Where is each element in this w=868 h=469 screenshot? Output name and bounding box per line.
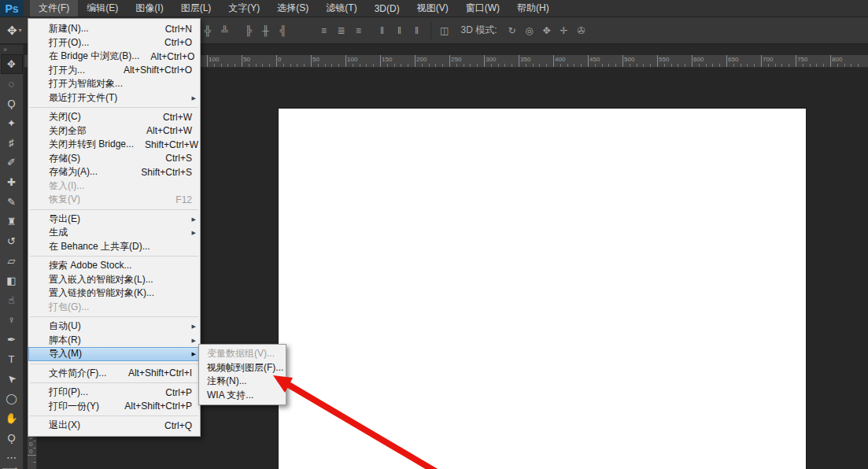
path-selection-tool-icon: ➤: [4, 371, 18, 386]
clone-stamp-tool[interactable]: ♜: [1, 212, 23, 231]
file-menu-item[interactable]: 最近打开文件(T)▶: [28, 91, 200, 105]
import-submenu-item[interactable]: 视频帧到图层(F)...: [199, 361, 286, 375]
file-menu-item[interactable]: 搜索 Adobe Stock...: [28, 259, 200, 273]
3d-pan-icon[interactable]: ✥: [538, 22, 556, 39]
distribute-top-edges-icon[interactable]: ≡: [316, 22, 333, 39]
menubar-item[interactable]: 3D(D): [366, 0, 408, 17]
menubar-item[interactable]: 图层(L): [172, 0, 220, 17]
document-canvas[interactable]: [279, 109, 806, 469]
file-menu-item[interactable]: 打印(P)...Ctrl+P: [28, 386, 200, 400]
menubar-item[interactable]: 滤镜(T): [317, 0, 365, 17]
move-tool[interactable]: ✥: [1, 54, 23, 74]
ruler-tick: [768, 64, 769, 67]
file-menu-item[interactable]: 文件简介(F)...Alt+Shift+Ctrl+I: [28, 367, 200, 381]
file-menu-item[interactable]: 签入(I)...: [28, 179, 200, 194]
menubar-item[interactable]: 窗口(W): [457, 0, 508, 17]
distribute-horizontal-centers-icon[interactable]: ǁ: [391, 22, 408, 39]
align-bottom-edges-icon[interactable]: ╩: [216, 22, 234, 39]
lasso-tool[interactable]: Ϙ: [1, 94, 23, 113]
path-selection-tool[interactable]: ➤: [1, 369, 23, 389]
ruler-tick: [304, 64, 305, 67]
file-menu-item[interactable]: 自动(U)▶: [28, 319, 200, 334]
ruler-tick: [789, 64, 789, 67]
healing-brush-tool[interactable]: ✚: [1, 172, 23, 192]
menu-item-label: 打印一份(Y): [49, 400, 99, 413]
file-menu-item[interactable]: 存储为(A)...Shift+Ctrl+S: [28, 165, 200, 179]
file-menu-item[interactable]: 新建(N)...Ctrl+N: [28, 22, 200, 36]
auto-align-layers-icon[interactable]: ◫: [436, 22, 453, 39]
smudge-tool[interactable]: ☝: [1, 290, 23, 310]
menubar-item[interactable]: 编辑(E): [78, 0, 127, 17]
distribute-vertical-centers-icon[interactable]: ≣: [333, 22, 350, 39]
menubar-item[interactable]: 图像(I): [127, 0, 172, 17]
menubar-item[interactable]: 文字(Y): [220, 0, 268, 17]
file-menu-item[interactable]: 置入嵌入的智能对象(L)...: [28, 273, 200, 287]
file-menu-item[interactable]: 脚本(R)▶: [28, 334, 200, 348]
collapse-panel-button[interactable]: »: [0, 45, 23, 54]
menubar-item[interactable]: 选择(S): [268, 0, 317, 17]
eyedropper-tool[interactable]: ✐: [1, 153, 23, 172]
menu-item-label: 关闭全部: [49, 124, 87, 138]
file-menu-item[interactable]: 打包(G)...: [28, 301, 200, 315]
distribute-bottom-edges-icon[interactable]: ≡: [350, 22, 368, 39]
import-submenu-item[interactable]: WIA 支持...: [199, 389, 286, 403]
file-menu-item[interactable]: 生成▶: [28, 226, 200, 240]
edit-toolbar[interactable]: ⋯: [1, 448, 23, 467]
crop-tool[interactable]: ♯: [1, 133, 23, 153]
file-menu-item[interactable]: 在 Behance 上共享(D)...: [28, 240, 200, 254]
history-brush-tool[interactable]: ↺: [1, 231, 23, 251]
ruler-label: 300: [486, 56, 496, 63]
3d-orbit-icon[interactable]: ↻: [504, 22, 521, 39]
align-right-edges-icon[interactable]: ╣: [275, 22, 292, 39]
lasso-tool-icon: Ϙ: [7, 98, 15, 109]
ruler-tick: [803, 64, 803, 67]
ruler-label: 800: [832, 56, 842, 63]
menu-separator: [30, 415, 198, 416]
distribute-left-edges-icon[interactable]: ǁ: [374, 22, 391, 39]
ruler-label: 50: [312, 56, 319, 63]
file-menu-item[interactable]: 打开(O)...Ctrl+O: [28, 36, 200, 50]
file-menu-item[interactable]: 导入(M)▶: [28, 347, 200, 361]
ruler-tick: [567, 64, 568, 67]
3d-roll-icon[interactable]: ◎: [521, 22, 538, 39]
file-menu-item[interactable]: 关闭(C)Ctrl+W: [28, 110, 200, 124]
3d-slide-icon[interactable]: ✛: [556, 22, 573, 39]
import-submenu-item[interactable]: 注释(N)...: [199, 375, 286, 389]
zoom-tool[interactable]: Ǫ: [1, 428, 23, 448]
distribute-right-edges-icon[interactable]: ǁ: [408, 22, 426, 39]
gradient-tool[interactable]: ◧: [1, 271, 23, 290]
file-menu-item[interactable]: 存储(S)Ctrl+S: [28, 152, 200, 166]
shape-tool[interactable]: ◯: [1, 389, 23, 408]
dodge-tool[interactable]: ♀: [1, 310, 23, 330]
menubar-item[interactable]: 文件(F): [30, 0, 78, 17]
hand-tool[interactable]: ✋: [1, 408, 23, 428]
file-menu-item[interactable]: 打开为...Alt+Shift+Ctrl+O: [28, 64, 200, 78]
file-menu-item[interactable]: 导出(E)▶: [28, 212, 200, 227]
ruler-tick: [671, 64, 672, 67]
history-brush-tool-icon: ↺: [7, 235, 16, 247]
file-menu-item[interactable]: 关闭全部Alt+Ctrl+W: [28, 124, 200, 138]
3d-dolly-camera-icon[interactable]: ✇: [573, 22, 590, 39]
file-menu-item[interactable]: 恢复(V)F12: [28, 193, 200, 207]
menubar-item[interactable]: 帮助(H): [508, 0, 558, 17]
eraser-tool[interactable]: ▱: [1, 251, 23, 271]
pen-tool[interactable]: ✒: [1, 330, 23, 349]
file-menu-item[interactable]: 关闭并转到 Bridge...Shift+Ctrl+W: [28, 138, 200, 152]
type-tool[interactable]: T: [1, 349, 23, 369]
import-submenu-item[interactable]: 变量数据组(V)...: [199, 347, 286, 361]
brush-tool[interactable]: ✎: [1, 192, 23, 212]
file-menu-item[interactable]: 打开为智能对象...: [28, 77, 200, 91]
tool-preset-caret-icon[interactable]: ▾: [19, 27, 22, 34]
menubar-item[interactable]: 视图(V): [408, 0, 457, 17]
file-menu-item[interactable]: 在 Bridge 中浏览(B)...Alt+Ctrl+O: [28, 50, 200, 64]
align-left-edges-icon[interactable]: ╠: [240, 22, 257, 39]
current-tool-move-icon[interactable]: ✥: [7, 24, 17, 38]
marquee-tool[interactable]: ◌: [1, 74, 23, 94]
align-vertical-centers-icon[interactable]: ╬: [199, 22, 216, 39]
quick-selection-tool[interactable]: ✦: [1, 113, 23, 133]
file-menu-item[interactable]: 打印一份(Y)Alt+Shift+Ctrl+P: [28, 400, 200, 414]
file-menu-item[interactable]: 退出(X)Ctrl+Q: [28, 419, 200, 433]
file-menu-item[interactable]: 置入链接的智能对象(K)...: [28, 286, 200, 301]
align-horizontal-centers-icon[interactable]: ╫: [257, 22, 275, 39]
submenu-arrow-icon: ▶: [192, 338, 196, 344]
